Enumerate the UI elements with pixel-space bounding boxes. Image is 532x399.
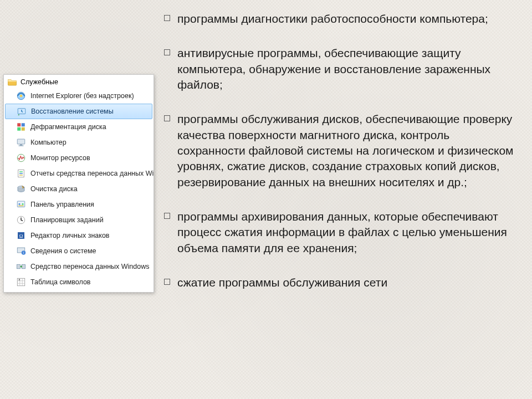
bullet-text: антивирусные программы, обеспечивающие з… [177, 47, 490, 91]
menu-item-task-scheduler[interactable]: Планировщик заданий [4, 212, 154, 228]
system-tools-menu: Служебные Internet Explorer (без надстро… [3, 74, 154, 293]
svg-rect-19 [19, 206, 24, 207]
menu-item-system-info[interactable]: i Сведения о системе [4, 243, 154, 259]
svg-rect-27 [22, 264, 25, 269]
menu-header-label: Служебные [21, 78, 58, 86]
svg-rect-26 [17, 264, 21, 269]
svg-rect-12 [19, 171, 23, 172]
computer-icon [16, 137, 26, 147]
bullet-text: программы архивирования данных, которые … [177, 210, 507, 254]
menu-item-label: Панель управления [30, 201, 94, 208]
svg-rect-14 [19, 175, 23, 176]
menu-item-defrag[interactable]: Дефрагментация диска [4, 119, 154, 135]
menu-item-system-restore[interactable]: Восстановление системы [5, 104, 152, 119]
scheduler-icon [16, 215, 26, 225]
menu-item-label: Планировщик заданий [30, 216, 104, 224]
bullet-item: программы архивирования данных, которые … [164, 209, 519, 256]
bullet-text: программы обслуживания дисков, обеспечив… [177, 112, 514, 188]
restore-icon [17, 106, 27, 116]
svg-point-18 [22, 203, 24, 205]
svg-rect-5 [17, 127, 21, 131]
menu-item-label: Сведения о системе [30, 247, 96, 255]
menu-item-label: Редактор личных знаков [30, 232, 109, 239]
menu-item-disk-cleanup[interactable]: Очистка диска [4, 181, 154, 197]
bullet-item: программы обслуживания дисков, обеспечив… [164, 111, 519, 190]
svg-rect-8 [20, 145, 23, 146]
menu-item-computer[interactable]: Компьютер [4, 135, 154, 150]
control-panel-icon [16, 200, 26, 209]
svg-rect-4 [22, 123, 25, 126]
svg-rect-13 [19, 173, 23, 174]
menu-item-character-map[interactable]: A Таблица символов [4, 274, 154, 290]
menu-item-control-panel[interactable]: Панель управления [4, 197, 154, 212]
bullet-item: программы диагностики работоспособности … [164, 11, 519, 27]
folder-icon [7, 77, 17, 87]
charmap-icon: A [16, 277, 26, 287]
bullet-text: сжатие программы обслуживания сети [177, 276, 387, 289]
menu-item-transfer-reports[interactable]: Отчеты средства переноса данных Wind [4, 166, 154, 181]
bullet-item: сжатие программы обслуживания сети [164, 275, 519, 290]
resmon-icon [16, 153, 26, 163]
svg-rect-7 [17, 139, 25, 144]
menu-item-label: Дефрагментация диска [30, 123, 106, 131]
eudcedit-icon: Ω [16, 231, 26, 241]
menu-item-label: Очистка диска [30, 185, 78, 193]
menu-item-label: Internet Explorer (без надстроек) [30, 92, 134, 100]
menu-item-label: Таблица символов [30, 278, 91, 286]
ie-icon [16, 91, 26, 101]
menu-item-easy-transfer[interactable]: Средство переноса данных Windows [4, 259, 154, 274]
slide-content: программы диагностики работоспособности … [164, 11, 519, 290]
report-icon [16, 168, 26, 178]
menu-item-label: Компьютер [30, 139, 66, 146]
defrag-icon [16, 122, 26, 132]
svg-rect-9 [19, 145, 24, 146]
svg-text:i: i [23, 251, 24, 254]
menu-item-label: Монитор ресурсов [30, 154, 90, 162]
cleanup-icon [16, 184, 26, 194]
bullet-item: антивирусные программы, обеспечивающие з… [164, 45, 519, 93]
menu-item-label: Восстановление системы [31, 108, 114, 115]
menu-item-ie[interactable]: Internet Explorer (без надстроек) [4, 88, 154, 104]
bullet-text: программы диагностики работоспособности … [177, 12, 488, 25]
menu-item-label: Отчеты средства переноса данных Wind [30, 170, 154, 177]
transfer-icon [16, 262, 26, 272]
menu-item-private-char-editor[interactable]: Ω Редактор личных знаков [4, 228, 154, 243]
svg-rect-3 [17, 123, 21, 126]
menu-item-resource-monitor[interactable]: Монитор ресурсов [4, 150, 154, 166]
svg-rect-6 [22, 127, 25, 131]
menu-header[interactable]: Служебные [4, 76, 154, 88]
svg-point-1 [20, 95, 23, 98]
sysinfo-icon: i [16, 246, 26, 256]
svg-text:Ω: Ω [19, 233, 23, 239]
svg-point-17 [19, 203, 21, 205]
menu-item-label: Средство переноса данных Windows [30, 263, 149, 270]
